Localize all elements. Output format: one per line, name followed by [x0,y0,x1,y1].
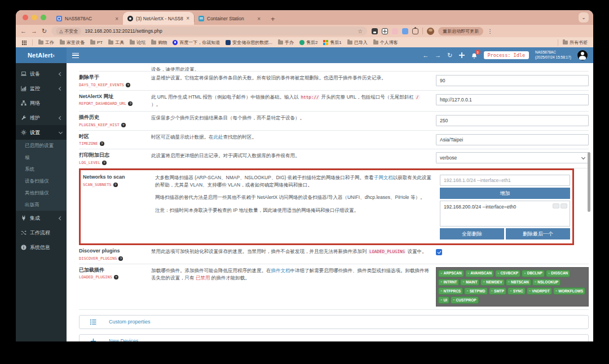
inline-link[interactable]: 插件文档 [271,268,290,273]
panel-new-devices[interactable]: New Devices [79,334,589,341]
help-icon[interactable]: ? [121,123,126,127]
remove-icon[interactable]: × [466,289,469,293]
bookmark-item[interactable]: 售后1 [323,39,341,46]
plugin-badge[interactable]: ×SYNC [508,287,526,295]
remove-icon[interactable]: × [491,289,493,293]
plugin-badge[interactable]: ×ARPSCAN [438,270,464,277]
bookmark-item[interactable]: 百度一下，你就知道 [173,39,220,46]
bookmark-item[interactable]: 工具 [108,39,124,46]
sidebar-subitem[interactable]: 出版商 [16,199,67,211]
sidebar-subitem[interactable]: 已启用的设置 [16,140,67,152]
browser-tab[interactable]: NAS5878AC × [52,12,123,25]
bookmark-item[interactable]: 已导入 [347,39,368,46]
help-icon[interactable]: ? [102,161,107,165]
subnet-list-item[interactable]: 192.168.200.0/24 --interface=eth0 [440,201,570,210]
sidebar-item-2[interactable]: 网络 [16,96,67,110]
minimize-window-button[interactable] [32,15,37,20]
extensions-puzzle-icon[interactable] [412,28,418,34]
bookmark-item[interactable]: 个人博客 [373,39,398,46]
page-scrollbar[interactable] [588,152,590,212]
security-chip[interactable]: △ 不安全 [56,28,81,35]
update-browser-button[interactable]: 重新启动即可更新 [438,27,483,35]
bookmark-item[interactable]: PT [90,40,103,45]
tab-close-icon[interactable]: × [186,15,189,21]
plugin-badge[interactable]: ×SETPWD [464,287,487,295]
plugin-badge[interactable]: ×WORKFLOWS [553,287,586,295]
remove-icon[interactable]: × [440,298,443,302]
plugin-badge[interactable]: ×VNDRPDT [527,287,552,295]
all-bookmarks-button[interactable]: 所有书签 [563,39,588,46]
plugin-badge[interactable]: ×CUSTPROP [451,296,479,304]
sidebar-item-4[interactable]: 设置 [16,125,67,140]
subnet-input[interactable] [440,175,570,186]
zoom-window-button[interactable] [41,15,46,20]
reload-icon[interactable]: ↻ [42,28,47,35]
remove-icon[interactable]: × [440,280,443,284]
extension-icon[interactable] [402,28,408,34]
nav-forward-icon[interactable]: → [435,52,441,59]
plugin-badge[interactable]: ×DIGSCAN [546,270,571,277]
setting-value-input[interactable] [436,75,589,86]
remove-icon[interactable]: × [462,280,465,284]
sidebar-subitem[interactable]: 核 [16,152,67,163]
bookmark-item[interactable]: 购物 [151,39,167,46]
nav-back-icon[interactable]: ← [422,52,429,59]
sidebar-toggle-icon[interactable] [72,53,79,58]
sidebar-item-7[interactable]: 系统信息 [16,240,67,255]
close-window-button[interactable] [23,15,28,20]
browser-tab[interactable]: Container Station × [194,12,265,25]
setting-checkbox[interactable] [436,249,442,255]
app-logo[interactable]: NetAlertx [16,47,67,63]
bookmark-item[interactable]: 安全储存您的数据... [226,39,272,46]
remove-icon[interactable]: × [529,289,531,293]
apps-grid-icon[interactable] [21,40,27,45]
forward-icon[interactable]: → [31,28,37,34]
bookmark-item[interactable]: 家里设备 [60,39,85,46]
remove-icon[interactable]: × [440,289,443,293]
plugin-badge[interactable]: ×NEWDEV [480,279,504,286]
plugin-badge[interactable]: ×CSVBCKP [495,270,520,277]
plugin-badge[interactable]: ×UI [438,296,449,304]
bookmark-star-icon[interactable]: ☆ [358,28,363,34]
bookmark-item[interactable]: 售后2 [299,39,317,46]
browser-tab[interactable]: (3) NetAlertX - NAS5878AC × [123,12,194,25]
remove-icon[interactable]: × [524,272,526,276]
plugin-badge[interactable]: ×NBTSCAN [506,279,531,286]
plugin-badge[interactable]: ×NTFPRCS [438,287,463,295]
help-icon[interactable]: ? [113,183,118,187]
tab-search-button[interactable]: ⌄ [579,12,589,23]
tab-close-icon[interactable]: × [257,16,261,22]
help-icon[interactable]: ? [118,256,123,261]
remove-icon[interactable]: × [483,280,485,284]
tab-close-icon[interactable]: × [115,16,118,22]
inline-link[interactable]: 此处 [214,134,223,140]
address-bar[interactable]: △ 不安全 192.168.200.132:20211/settings.php… [51,26,367,35]
expand-icon[interactable] [459,52,465,58]
notifications-bell-icon[interactable]: 3 [471,52,478,59]
help-icon[interactable]: ? [126,83,130,87]
bookmark-item[interactable]: 工作 [38,39,54,46]
plugin-badge[interactable]: ×MAINT [460,279,479,286]
setting-value-input[interactable] [436,115,589,126]
help-icon[interactable]: ? [114,275,118,279]
plugin-badge[interactable]: ×AVAHISCAN [465,270,494,277]
bookmark-item[interactable]: 手办 [278,39,294,46]
setting-select[interactable]: verbose [436,152,589,163]
plugin-badge[interactable]: ×SMTP [489,287,507,295]
sidebar-subitem[interactable]: 系统 [16,163,67,175]
plugin-badge[interactable]: ×DBCLNP [522,270,545,277]
refresh-icon[interactable]: ↻ [447,52,452,59]
sidebar-item-0[interactable]: 设备 [16,66,67,81]
sidebar-item-1[interactable]: 监控 [16,81,67,96]
plugin-badge[interactable]: ×NSLOOKUP [532,279,561,286]
sidebar-item-5[interactable]: 集成 [16,211,67,225]
remove-icon[interactable]: × [440,272,443,276]
sidebar-item-6[interactable]: 工作流程 [16,225,67,240]
remove-icon[interactable]: × [467,272,470,276]
extension-icon[interactable] [382,28,388,34]
setting-value-input[interactable] [436,94,589,105]
remove-icon[interactable]: × [453,298,455,302]
bookmark-item[interactable]: 论坛 [130,39,145,46]
back-icon[interactable]: ← [20,28,27,34]
subnet-list[interactable]: 192.168.200.0/24 --interface=eth0 [440,201,570,227]
